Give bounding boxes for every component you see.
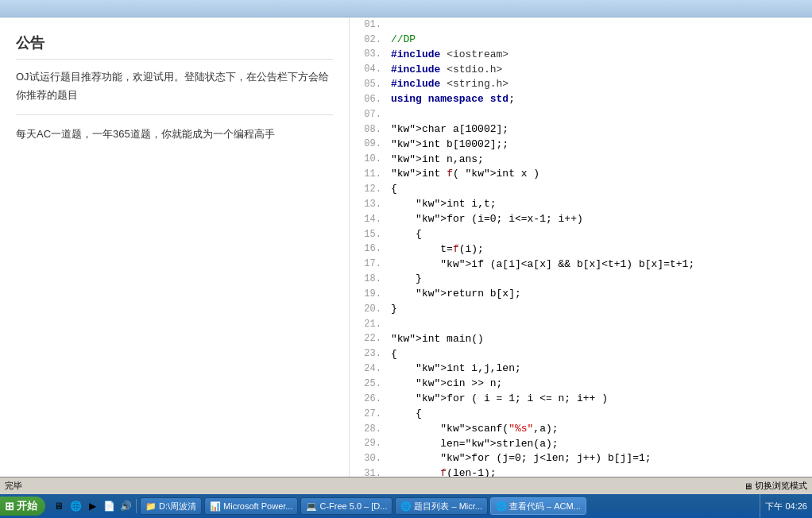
code-content: "kw">if (a[i]<a[x] && b[x]<t+1) b[x]=t+1… [388,257,812,273]
code-row: 06.using namespace std; [350,92,812,107]
ie-icon[interactable]: 🌐 [68,499,83,513]
code-content: "kw">char a[10002]; [388,122,812,137]
code-row: 04.#include <stdio.h> [350,63,812,78]
code-content [388,17,812,33]
code-row: 20.} [350,302,812,317]
code-content: t=f(i); [388,242,812,257]
line-number: 09. [350,137,388,153]
announcement-para1: OJ试运行题目推荐功能，欢迎试用。登陆状态下，在公告栏下方会给你推荐的题目 [16,68,333,105]
code-content: { [388,407,812,422]
divider [16,114,333,115]
taskbar-btn-powerpoint[interactable]: 📊 Microsoft Power... [204,497,298,515]
top-bar [0,0,812,17]
taskbar-btn-problemlist[interactable]: 🌐 题目列表 – Micr... [395,497,488,515]
line-number: 11. [350,167,388,182]
system-tray: 下午 04:26 [760,494,812,518]
line-number: 18. [350,272,388,287]
line-number: 29. [350,437,388,452]
status-right: 🖥 切换浏览模式 [744,480,807,492]
code-row: 17. "kw">if (a[i]<a[x] && b[x]<t+1) b[x]… [350,257,812,273]
code-content: "kw">int f( "kw">int x ) [388,167,812,182]
code-content: using namespace std; [388,92,812,107]
code-panel: 01. 02.//DP03.#include <iostream>04.#inc… [350,17,812,494]
code-content: } [388,302,812,317]
status-bar: 完毕 🖥 切换浏览模式 [0,477,812,494]
code-table: 01. 02.//DP03.#include <iostream>04.#inc… [350,17,812,494]
line-number: 17. [350,257,388,273]
line-number: 25. [350,377,388,392]
line-number: 14. [350,212,388,227]
extra-icon[interactable]: 📄 [102,499,116,513]
code-row: 13. "kw">int i,t; [350,197,812,212]
taskbar-buttons: 📁 D:\周波清 📊 Microsoft Power... 💻 C-Free 5… [140,497,760,515]
line-number: 19. [350,287,388,302]
code-row: 25. "kw">cin >> n; [350,377,812,392]
media-icon[interactable]: ▶ [85,499,99,513]
code-row: 07. [350,107,812,122]
code-row: 11."kw">int f( "kw">int x ) [350,167,812,182]
code-row: 14. "kw">for (i=0; i<=x-1; i++) [350,212,812,227]
line-number: 03. [350,48,388,63]
code-row: 09."kw">int b[10002];; [350,137,812,153]
code-row: 16. t=f(i); [350,242,812,257]
line-number: 12. [350,182,388,197]
code-row: 18. } [350,272,812,287]
code-row: 27. { [350,407,812,422]
code-content: "kw">int b[10002];; [388,137,812,153]
line-number: 21. [350,317,388,332]
line-number: 15. [350,227,388,242]
taskbar-btn-explorer[interactable]: 📁 D:\周波清 [140,497,202,515]
code-content: len="kw">strlen(a); [388,437,812,452]
code-row: 23.{ [350,347,812,362]
code-content: #include <string.h> [388,77,812,92]
ie1-icon: 🌐 [400,501,412,512]
show-desktop-icon[interactable]: 🖥 [52,499,66,513]
line-number: 30. [350,451,388,466]
start-windows-icon: ⊞ [5,500,14,512]
announcement-para2: 每天AC一道题，一年365道题，你就能成为一个编程高手 [16,125,333,143]
start-label: 开始 [17,499,37,513]
code-row: 28. "kw">scanf("%s",a); [350,422,812,437]
line-number: 28. [350,422,388,437]
tray-time: 下午 04:26 [765,501,807,512]
extra-icon2[interactable]: 🔊 [118,499,133,513]
code-row: 08."kw">char a[10002]; [350,122,812,137]
main-content: 公告 OJ试运行题目推荐功能，欢迎试用。登陆状态下，在公告栏下方会给你推荐的题目… [0,17,812,494]
code-content: { [388,347,812,362]
browse-mode-button[interactable]: 🖥 切换浏览模式 [744,480,807,492]
browse-mode-icon: 🖥 [744,481,752,491]
taskbar-btn-cfree[interactable]: 💻 C-Free 5.0 – [D... [300,497,392,515]
line-number: 07. [350,107,388,122]
code-row: 12.{ [350,182,812,197]
ie2-icon: 🌐 [496,501,507,512]
line-number: 13. [350,197,388,212]
code-content: "kw">int main() [388,332,812,347]
start-button[interactable]: ⊞ 开始 [0,497,45,516]
code-content: "kw">cin >> n; [388,377,812,392]
code-row: 21. [350,317,812,332]
line-number: 16. [350,242,388,257]
left-panel: 公告 OJ试运行题目推荐功能，欢迎试用。登陆状态下，在公告栏下方会给你推荐的题目… [0,17,350,494]
code-row: 24. "kw">int i,j,len; [350,361,812,377]
code-row: 30. "kw">for (j=0; j<len; j++) b[j]=1; [350,451,812,466]
code-content: "kw">for (j=0; j<len; j++) b[j]=1; [388,451,812,466]
code-content: #include <stdio.h> [388,63,812,78]
code-content: { [388,227,812,242]
code-content: "kw">return b[x]; [388,287,812,302]
code-content: "kw">for ( i = 1; i <= n; i++ ) [388,392,812,407]
code-content: "kw">for (i=0; i<=x-1; i++) [388,212,812,227]
code-content: "kw">int i,j,len; [388,361,812,377]
code-content: "kw">scanf("%s",a); [388,422,812,437]
cfree-label: C-Free 5.0 – [D... [319,501,387,511]
taskbar-btn-viewcode[interactable]: 🌐 查看代码 – ACM... [490,497,586,515]
powerpoint-label: Microsoft Power... [223,501,292,511]
line-number: 01. [350,17,388,33]
announcement-body: OJ试运行题目推荐功能，欢迎试用。登陆状态下，在公告栏下方会给你推荐的题目 每天… [16,68,333,143]
code-row: 15. { [350,227,812,242]
code-content [388,317,812,332]
line-number: 26. [350,392,388,407]
line-number: 22. [350,332,388,347]
line-number: 24. [350,361,388,377]
code-row: 22."kw">int main() [350,332,812,347]
code-content [388,107,812,122]
